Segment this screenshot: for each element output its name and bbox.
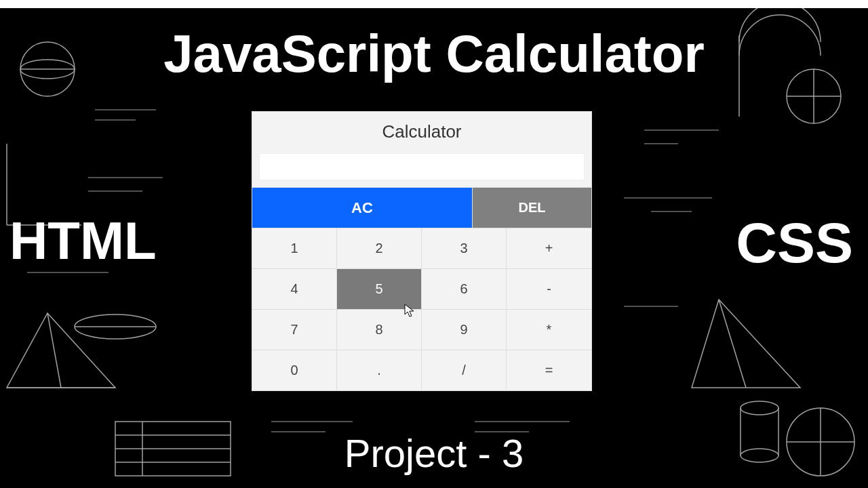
key-row-1: 1 2 3 + [252,228,591,268]
key-0[interactable]: 0 [252,350,337,390]
key-multiply[interactable]: * [507,309,591,350]
svg-point-19 [741,401,778,415]
calculator-title: Calculator [252,112,591,149]
label-project: Project - 3 [344,430,524,476]
key-8[interactable]: 8 [337,309,422,350]
key-6[interactable]: 6 [422,268,507,309]
key-2[interactable]: 2 [337,228,422,268]
key-row-3: 7 8 9 * [252,309,591,350]
headline-text: JavaScript Calculator [163,23,705,85]
key-divide[interactable]: / [422,350,507,390]
label-html: HTML [9,210,157,272]
key-equals[interactable]: = [507,350,591,390]
svg-point-20 [741,449,778,462]
key-9[interactable]: 9 [422,309,507,350]
key-5[interactable]: 5 [337,268,422,309]
control-row: AC DEL [252,187,591,228]
key-dot[interactable]: . [337,350,422,390]
calculator-display[interactable] [259,153,585,180]
key-7[interactable]: 7 [252,309,337,350]
label-css: CSS [736,210,853,276]
key-plus[interactable]: + [507,228,591,268]
key-row-4: 0 . / = [252,350,591,390]
browser-top-bar [0,0,868,8]
key-row-2: 4 5 6 - [252,268,591,309]
svg-line-18 [719,300,746,388]
key-3[interactable]: 3 [422,228,507,268]
svg-line-9 [47,313,61,388]
ac-button[interactable]: AC [252,187,473,228]
calculator-panel: Calculator AC DEL 1 2 3 + 4 5 6 - 7 8 9 … [252,112,591,390]
del-button[interactable]: DEL [473,187,591,228]
key-minus[interactable]: - [507,268,591,309]
key-1[interactable]: 1 [252,228,337,268]
key-4[interactable]: 4 [252,268,337,309]
